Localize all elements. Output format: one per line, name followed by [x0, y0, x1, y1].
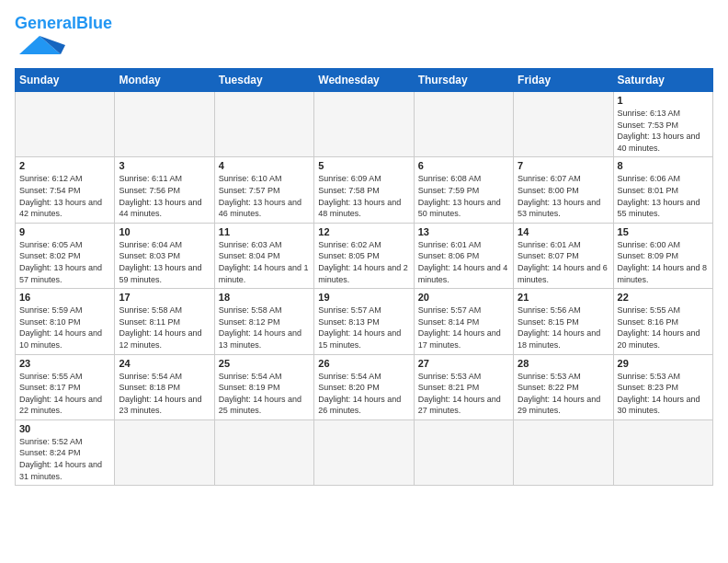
day-info: Sunrise: 6:11 AM Sunset: 7:56 PM Dayligh…: [119, 173, 210, 219]
calendar-week-1: 2Sunrise: 6:12 AM Sunset: 7:54 PM Daylig…: [16, 157, 713, 223]
logo-general: General: [15, 14, 76, 32]
calendar-cell: 19Sunrise: 5:57 AM Sunset: 8:13 PM Dayli…: [314, 289, 414, 354]
calendar-cell: 11Sunrise: 6:03 AM Sunset: 8:04 PM Dayli…: [214, 223, 313, 288]
day-info: Sunrise: 6:05 AM Sunset: 8:02 PM Dayligh…: [19, 239, 110, 285]
calendar-cell: [514, 92, 613, 157]
calendar-cell: [414, 419, 513, 485]
logo-text: GeneralBlue: [15, 15, 112, 31]
day-info: Sunrise: 6:10 AM Sunset: 7:57 PM Dayligh…: [219, 173, 310, 219]
calendar-cell: 6Sunrise: 6:08 AM Sunset: 7:59 PM Daylig…: [414, 157, 513, 223]
day-number: 7: [518, 160, 609, 171]
day-info: Sunrise: 6:03 AM Sunset: 8:04 PM Dayligh…: [219, 239, 310, 285]
day-number: 5: [318, 160, 409, 171]
day-number: 27: [418, 358, 509, 369]
col-header-saturday: Saturday: [613, 69, 712, 92]
day-info: Sunrise: 6:02 AM Sunset: 8:05 PM Dayligh…: [318, 239, 409, 285]
col-header-tuesday: Tuesday: [214, 69, 313, 92]
day-number: 1: [618, 95, 709, 106]
day-info: Sunrise: 5:54 AM Sunset: 8:19 PM Dayligh…: [219, 371, 310, 417]
day-info: Sunrise: 6:08 AM Sunset: 7:59 PM Dayligh…: [418, 173, 509, 219]
day-number: 8: [618, 160, 709, 171]
day-info: Sunrise: 5:55 AM Sunset: 8:16 PM Dayligh…: [618, 304, 709, 350]
day-info: Sunrise: 5:54 AM Sunset: 8:20 PM Dayligh…: [318, 371, 409, 417]
col-header-sunday: Sunday: [16, 69, 115, 92]
day-number: 16: [19, 292, 110, 303]
day-info: Sunrise: 5:53 AM Sunset: 8:22 PM Dayligh…: [518, 371, 609, 417]
day-number: 20: [418, 292, 509, 303]
day-info: Sunrise: 5:58 AM Sunset: 8:12 PM Dayligh…: [219, 304, 310, 350]
calendar-cell: [613, 419, 712, 485]
day-number: 28: [518, 358, 609, 369]
day-info: Sunrise: 6:09 AM Sunset: 7:58 PM Dayligh…: [318, 173, 409, 219]
day-info: Sunrise: 5:56 AM Sunset: 8:15 PM Dayligh…: [518, 304, 609, 350]
day-number: 17: [119, 292, 210, 303]
day-number: 21: [518, 292, 609, 303]
calendar-cell: 3Sunrise: 6:11 AM Sunset: 7:56 PM Daylig…: [115, 157, 214, 223]
calendar-cell: [16, 92, 115, 157]
calendar-week-5: 30Sunrise: 5:52 AM Sunset: 8:24 PM Dayli…: [16, 419, 713, 485]
calendar-cell: 21Sunrise: 5:56 AM Sunset: 8:15 PM Dayli…: [514, 289, 613, 354]
day-number: 19: [318, 292, 409, 303]
day-info: Sunrise: 6:01 AM Sunset: 8:07 PM Dayligh…: [518, 239, 609, 285]
day-info: Sunrise: 5:53 AM Sunset: 8:23 PM Dayligh…: [618, 371, 709, 417]
day-number: 25: [219, 358, 310, 369]
day-number: 14: [518, 226, 609, 237]
calendar-cell: 22Sunrise: 5:55 AM Sunset: 8:16 PM Dayli…: [613, 289, 712, 354]
day-number: 18: [219, 292, 310, 303]
day-number: 12: [318, 226, 409, 237]
day-info: Sunrise: 6:07 AM Sunset: 8:00 PM Dayligh…: [518, 173, 609, 219]
calendar-table: SundayMondayTuesdayWednesdayThursdayFrid…: [15, 68, 713, 486]
calendar-cell: 12Sunrise: 6:02 AM Sunset: 8:05 PM Dayli…: [314, 223, 414, 288]
calendar-cell: 8Sunrise: 6:06 AM Sunset: 8:01 PM Daylig…: [613, 157, 712, 223]
col-header-wednesday: Wednesday: [314, 69, 414, 92]
calendar-cell: [514, 419, 613, 485]
logo-blue: Blue: [76, 14, 112, 32]
calendar-cell: [115, 92, 214, 157]
col-header-friday: Friday: [514, 69, 613, 92]
day-number: 10: [119, 226, 210, 237]
calendar-cell: 23Sunrise: 5:55 AM Sunset: 8:17 PM Dayli…: [16, 354, 115, 419]
calendar-header-row: SundayMondayTuesdayWednesdayThursdayFrid…: [16, 69, 713, 92]
calendar-week-2: 9Sunrise: 6:05 AM Sunset: 8:02 PM Daylig…: [16, 223, 713, 288]
day-info: Sunrise: 6:00 AM Sunset: 8:09 PM Dayligh…: [618, 239, 709, 285]
day-info: Sunrise: 5:55 AM Sunset: 8:17 PM Dayligh…: [19, 371, 110, 417]
calendar-cell: 26Sunrise: 5:54 AM Sunset: 8:20 PM Dayli…: [314, 354, 414, 419]
calendar-cell: 30Sunrise: 5:52 AM Sunset: 8:24 PM Dayli…: [16, 419, 115, 485]
calendar-cell: 25Sunrise: 5:54 AM Sunset: 8:19 PM Dayli…: [214, 354, 313, 419]
day-info: Sunrise: 6:13 AM Sunset: 7:53 PM Dayligh…: [618, 108, 709, 154]
day-number: 4: [219, 160, 310, 171]
calendar-cell: 20Sunrise: 5:57 AM Sunset: 8:14 PM Dayli…: [414, 289, 513, 354]
day-info: Sunrise: 6:04 AM Sunset: 8:03 PM Dayligh…: [119, 239, 210, 285]
day-info: Sunrise: 6:12 AM Sunset: 7:54 PM Dayligh…: [19, 173, 110, 219]
logo-icon: [15, 31, 65, 59]
day-info: Sunrise: 5:58 AM Sunset: 8:11 PM Dayligh…: [119, 304, 210, 350]
day-number: 11: [219, 226, 310, 237]
calendar-cell: [115, 419, 214, 485]
calendar-cell: 7Sunrise: 6:07 AM Sunset: 8:00 PM Daylig…: [514, 157, 613, 223]
calendar-cell: 24Sunrise: 5:54 AM Sunset: 8:18 PM Dayli…: [115, 354, 214, 419]
calendar-cell: [414, 92, 513, 157]
logo: GeneralBlue: [15, 15, 112, 59]
day-number: 3: [119, 160, 210, 171]
day-info: Sunrise: 5:53 AM Sunset: 8:21 PM Dayligh…: [418, 371, 509, 417]
col-header-thursday: Thursday: [414, 69, 513, 92]
day-number: 6: [418, 160, 509, 171]
calendar-cell: 16Sunrise: 5:59 AM Sunset: 8:10 PM Dayli…: [16, 289, 115, 354]
day-info: Sunrise: 5:59 AM Sunset: 8:10 PM Dayligh…: [19, 304, 110, 350]
calendar-cell: 5Sunrise: 6:09 AM Sunset: 7:58 PM Daylig…: [314, 157, 414, 223]
calendar-cell: 28Sunrise: 5:53 AM Sunset: 8:22 PM Dayli…: [514, 354, 613, 419]
calendar-week-4: 23Sunrise: 5:55 AM Sunset: 8:17 PM Dayli…: [16, 354, 713, 419]
calendar-cell: 29Sunrise: 5:53 AM Sunset: 8:23 PM Dayli…: [613, 354, 712, 419]
day-number: 23: [19, 358, 110, 369]
calendar-cell: 27Sunrise: 5:53 AM Sunset: 8:21 PM Dayli…: [414, 354, 513, 419]
calendar-cell: [314, 92, 414, 157]
col-header-monday: Monday: [115, 69, 214, 92]
calendar-cell: 10Sunrise: 6:04 AM Sunset: 8:03 PM Dayli…: [115, 223, 214, 288]
day-info: Sunrise: 5:52 AM Sunset: 8:24 PM Dayligh…: [19, 436, 110, 482]
day-number: 15: [618, 226, 709, 237]
calendar-cell: 18Sunrise: 5:58 AM Sunset: 8:12 PM Dayli…: [214, 289, 313, 354]
day-number: 9: [19, 226, 110, 237]
day-info: Sunrise: 5:57 AM Sunset: 8:13 PM Dayligh…: [318, 304, 409, 350]
day-number: 2: [19, 160, 110, 171]
day-info: Sunrise: 6:01 AM Sunset: 8:06 PM Dayligh…: [418, 239, 509, 285]
